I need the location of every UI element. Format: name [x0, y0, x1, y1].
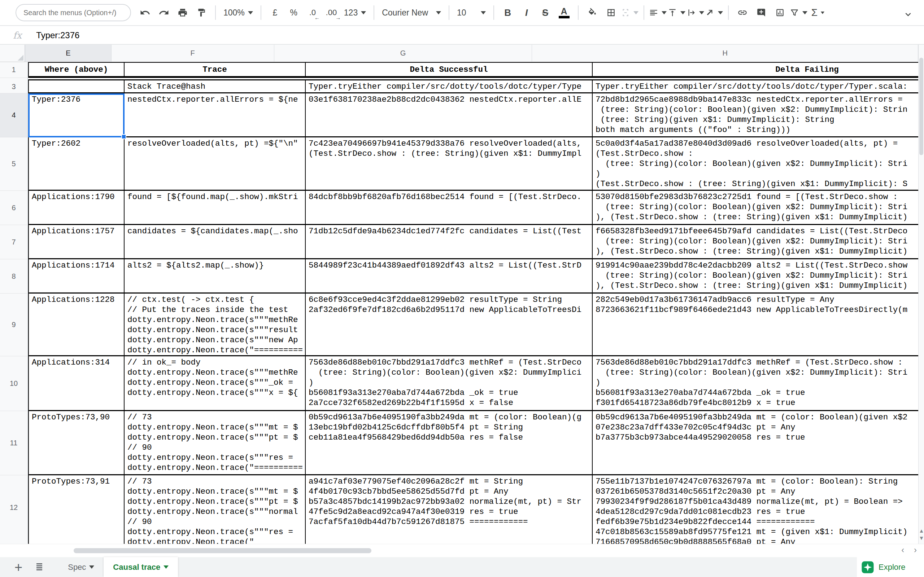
row-header-7[interactable]: 7 — [0, 225, 28, 259]
tab-spec[interactable]: Spec — [58, 557, 103, 577]
cell-G12[interactable]: a941c7af03e779075ef40c2096a28c2f mt = St… — [305, 475, 592, 544]
cell-G11[interactable]: 0b59cd9613a7b6e4095190fa3bb249da mt = (c… — [305, 411, 592, 475]
row-header-8[interactable]: 8 — [0, 259, 28, 293]
decrease-decimals-button[interactable]: .0← — [304, 3, 321, 22]
cell-F4[interactable]: nestedCtx.reporter.allErrors = ${ne — [124, 93, 305, 137]
hide-menus-button[interactable] — [899, 5, 917, 24]
undo-button[interactable] — [136, 3, 154, 22]
cell-H12[interactable]: 755e11b7137b1e1074247c076326797a mt = (c… — [592, 475, 918, 544]
row-header-12[interactable]: 12 — [0, 475, 28, 544]
cell-E10[interactable]: Applications:314 — [28, 356, 124, 411]
formula-value[interactable]: Typer:2376 — [36, 30, 79, 40]
select-all-corner[interactable] — [0, 45, 25, 62]
column-header-E[interactable]: E — [25, 45, 111, 62]
cell-H4[interactable]: 72bd8b1d2965cae8988db9ba147e833c nestedC… — [592, 93, 918, 137]
cell-E4[interactable]: Typer:2376 — [28, 93, 124, 137]
cell-G8[interactable]: 5844989f23c41b44389aedf01892df43 alts2 =… — [305, 259, 592, 293]
row-header-11[interactable]: 11 — [0, 411, 28, 475]
cell-G1[interactable]: Delta Successful — [305, 62, 592, 78]
cell-E12[interactable]: ProtoTypes:73,91 — [28, 475, 124, 544]
row-header-1[interactable]: 1 — [0, 62, 28, 78]
cell-H5[interactable]: 5c0a0d3f4a5a17ad387e8040d3d09ad6 resolve… — [592, 137, 918, 191]
merge-cells-button[interactable] — [621, 3, 639, 22]
cell-F8[interactable]: alts2 = ${alts2.map(_.show)} — [124, 259, 305, 293]
strikethrough-button[interactable]: S — [536, 3, 554, 22]
cell-E5[interactable]: Typer:2602 — [28, 137, 124, 191]
column-header-G[interactable]: G — [274, 45, 532, 62]
cell-F6[interactable]: found = [${found.map(_.show).mkStri — [124, 191, 305, 225]
filter-button[interactable] — [790, 3, 808, 22]
cell-H11[interactable]: 0b59cd9613a7b6e4095190fa3bb249da mt = (c… — [592, 411, 918, 475]
vertical-scrollbar-thumb[interactable] — [919, 58, 923, 155]
insert-link-button[interactable] — [733, 3, 751, 22]
row-header-5[interactable]: 5 — [0, 137, 28, 191]
row-header-6[interactable]: 6 — [0, 191, 28, 225]
formula-bar[interactable]: fx Typer:2376 — [0, 27, 924, 45]
more-formats-button[interactable]: 123 — [341, 3, 369, 22]
redo-button[interactable] — [155, 3, 173, 22]
cell-E8[interactable]: Applications:1714 — [28, 259, 124, 293]
add-sheet-button[interactable]: + — [15, 561, 23, 574]
cell-G10[interactable]: 7563de86d88eb010c7bbd291a17ddfc3 methRef… — [305, 356, 592, 411]
row-header-4[interactable]: 4 — [0, 93, 28, 137]
cell-F1[interactable]: Trace — [124, 62, 305, 78]
text-rotation-button[interactable] — [705, 3, 723, 22]
format-currency-button[interactable]: £ — [266, 3, 284, 22]
cell-F5[interactable]: resolveOverloaded(alts, pt) =${"\n" — [124, 137, 305, 191]
paint-format-button[interactable] — [192, 3, 210, 22]
cell-G7[interactable]: 71db12c5dfde9a4b6234dc1ed774f2fc candida… — [305, 225, 592, 259]
cell-H10[interactable]: 7563de86d88eb010c7bbd291a17ddfc3 methRef… — [592, 356, 918, 411]
text-wrap-button[interactable] — [687, 3, 704, 22]
cell-G3[interactable]: Typer.tryEither compiler/src/dotty/tools… — [305, 81, 592, 93]
borders-button[interactable] — [602, 3, 620, 22]
horizontal-align-button[interactable] — [649, 3, 667, 22]
vertical-scrollbar[interactable]: ▲▼ — [918, 45, 924, 544]
cell-F10[interactable]: // in ok_= body dotty.entropy.Neon.trace… — [124, 356, 305, 411]
cell-E3[interactable] — [28, 81, 124, 93]
cell-E9[interactable]: Applications:1228 — [28, 293, 124, 356]
format-percent-button[interactable]: % — [285, 3, 303, 22]
vertical-align-button[interactable] — [668, 3, 686, 22]
row-header-9[interactable]: 9 — [0, 293, 28, 356]
cell-F3[interactable]: Stack Trace@hash — [124, 81, 305, 93]
fill-color-button[interactable] — [583, 3, 601, 22]
cell-H3[interactable]: Typer.tryEither compiler/src/dotty/tools… — [592, 81, 918, 93]
cell-F9[interactable]: // ctx.test( -> ctx.test { // Put the tr… — [124, 293, 305, 356]
all-sheets-button[interactable] — [35, 562, 44, 572]
search-input[interactable] — [23, 9, 121, 17]
cell-E11[interactable]: ProtoTypes:73,90 — [28, 411, 124, 475]
bold-button[interactable]: B — [499, 3, 517, 22]
cell-F12[interactable]: // 73 dotty.entropy.Neon.trace(s"""mt = … — [124, 475, 305, 544]
column-header-H[interactable]: H — [532, 45, 918, 62]
cell-H7[interactable]: f6658328fb3eed9171bfeee645b79afd candida… — [592, 225, 918, 259]
functions-button[interactable]: Σ — [809, 3, 827, 22]
text-color-button[interactable]: A — [555, 3, 573, 22]
horizontal-scrollbar[interactable]: ‹ › — [0, 544, 924, 557]
cell-F7[interactable]: candidates = ${candidates.map(_.sho — [124, 225, 305, 259]
cell-H6[interactable]: 53070d8150bfe2983d3b76823c2725d1 found =… — [592, 191, 918, 225]
row-header-10[interactable]: 10 — [0, 356, 28, 411]
menu-search[interactable] — [16, 4, 131, 21]
cell-G4[interactable]: 03e1f638170238ae2b88cd2dc0438362 nestedC… — [305, 93, 592, 137]
increase-decimals-button[interactable]: .00→ — [322, 3, 340, 22]
insert-comment-button[interactable] — [752, 3, 770, 22]
column-header-F[interactable]: F — [111, 45, 274, 62]
cell-E6[interactable]: Applications:1790 — [28, 191, 124, 225]
cell-G5[interactable]: 7c423ea70496697b941e45379d338a76 resolve… — [305, 137, 592, 191]
horizontal-scrollbar-thumb[interactable] — [74, 548, 372, 553]
font-select[interactable]: Courier New — [379, 3, 444, 22]
row-header-3[interactable]: 3 — [0, 81, 28, 93]
cell-H8[interactable]: 919914c90aae239bdd78c4e2dacbb209 alts2 =… — [592, 259, 918, 293]
cell-H1[interactable]: Delta Failing — [592, 62, 918, 78]
cell-E7[interactable]: Applications:1757 — [28, 225, 124, 259]
cell-G9[interactable]: 6c8e6f93cce9ed4c3f2ddae81299eb02 resultT… — [305, 293, 592, 356]
print-button[interactable] — [174, 3, 192, 22]
cell-F11[interactable]: // 73 dotty.entropy.Neon.trace(s"""mt = … — [124, 411, 305, 475]
font-size-select[interactable]: 10 — [454, 3, 489, 22]
cell-E1[interactable]: Where (above) — [28, 62, 124, 78]
italic-button[interactable]: I — [518, 3, 536, 22]
tab-causal-trace[interactable]: Causal trace — [103, 557, 178, 577]
zoom-select[interactable]: 100% — [221, 3, 256, 22]
vertical-scroll-arrows[interactable]: ▲▼ — [919, 527, 924, 542]
cell-G6[interactable]: 84dcbf8bb9bf6820afb76d168bec2514 found =… — [305, 191, 592, 225]
